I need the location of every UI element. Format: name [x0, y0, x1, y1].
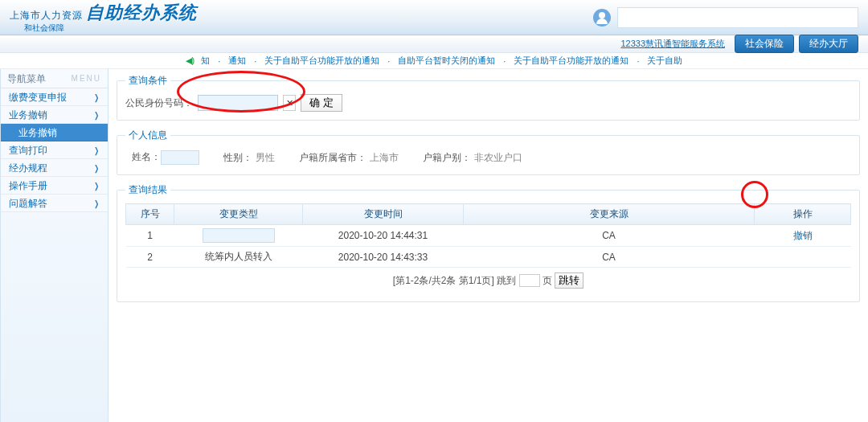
notice-link[interactable]: 通知	[228, 55, 246, 67]
province-value: 上海市	[370, 152, 399, 163]
sidebar-item-fee-change[interactable]: 缴费变更申报❯	[1, 88, 108, 106]
query-conditions-fieldset: 查询条件 公民身份号码： ✕ 确 定	[117, 74, 860, 121]
chevron-right-icon: ❯	[94, 141, 99, 159]
cell-time: 2020-10-20 14:43:33	[303, 247, 464, 268]
cell-time: 2020-10-20 14:44:31	[303, 225, 464, 247]
col-seq: 序号	[126, 204, 174, 225]
cell-type	[174, 225, 303, 247]
col-type: 变更类型	[174, 204, 303, 225]
cell-seq: 2	[126, 247, 174, 268]
sidebar-item-biz-revoke[interactable]: 业务撤销❯	[1, 106, 108, 124]
type-value-box	[203, 228, 275, 243]
module-nav: 社会保险 经办大厅	[735, 35, 858, 53]
query-legend: 查询条件	[125, 74, 170, 88]
sidebar-item-label: 缴费变更申报	[9, 88, 67, 106]
confirm-button[interactable]: 确 定	[301, 94, 342, 112]
speaker-icon: ◀)	[186, 55, 195, 66]
query-result-fieldset: 查询结果 序号 变更类型 变更时间 变更来源 操作 1 2020-10-20 1…	[117, 183, 860, 302]
brand-org1: 上海市人力资源	[10, 9, 83, 23]
id-number-input[interactable]	[198, 95, 278, 111]
notice-link[interactable]: 关于自助平台功能开放的通知	[264, 55, 379, 67]
table-row: 1 2020-10-20 14:44:31 CA 撤销	[126, 225, 851, 247]
main-content: 查询条件 公民身份号码： ✕ 确 定 个人信息 姓名： 性别：男性 户籍所属省市…	[108, 69, 868, 422]
chevron-right-icon: ❯	[94, 195, 99, 212]
person-legend: 个人信息	[125, 129, 170, 142]
notice-link[interactable]: 关于自助平台功能开放的通知	[514, 55, 628, 67]
clear-input-button[interactable]: ✕	[283, 95, 296, 111]
sidebar-sub-label: 业务撤销	[18, 127, 57, 138]
cell-source: CA	[464, 247, 755, 268]
sidebar-title: 导航菜单 MENU	[1, 69, 108, 88]
sidebar-item-label: 操作手册	[9, 177, 47, 195]
col-op: 操作	[755, 204, 851, 225]
pill-social-insurance[interactable]: 社会保险	[735, 35, 794, 53]
name-value-box	[161, 150, 199, 165]
chevron-right-icon: ❯	[94, 88, 99, 106]
huji-label: 户籍户别：	[423, 152, 471, 163]
user-info-box	[617, 7, 858, 28]
table-row: 2 统筹内人员转入 2020-10-20 14:43:33 CA	[126, 247, 851, 268]
sub-header: 12333慧讯通智能服务系统 社会保险 经办大厅	[0, 35, 868, 53]
result-legend: 查询结果	[125, 183, 170, 197]
notice-link[interactable]: 自助平台暂时关闭的通知	[398, 55, 495, 67]
sidebar-item-label: 业务撤销	[9, 106, 47, 124]
app-header: 上海市人力资源 和社会保障 自助经办系统	[0, 0, 868, 35]
brand-system-name: 自助经办系统	[86, 1, 197, 25]
sidebar-item-faq[interactable]: 问题解答❯	[1, 195, 108, 212]
gender-value: 男性	[256, 152, 275, 163]
pager-jump-button[interactable]: 跳转	[555, 272, 583, 289]
sidebar-title-text: 导航菜单	[7, 69, 46, 88]
sidebar-item-procedure[interactable]: 经办规程❯	[1, 159, 108, 177]
sidebar-menu-label: MENU	[72, 69, 101, 88]
person-info-fieldset: 个人信息 姓名： 性别：男性 户籍所属省市：上海市 户籍户别：非农业户口	[117, 129, 860, 175]
brand-org2: 和社会保障	[24, 23, 83, 34]
chevron-right-icon: ❯	[94, 106, 99, 124]
cell-type: 统筹内人员转入	[174, 247, 303, 268]
smart-service-link[interactable]: 12333慧讯通智能服务系统	[620, 38, 725, 50]
huji-value: 非农业户口	[474, 152, 522, 163]
col-time: 变更时间	[303, 204, 464, 225]
province-label: 户籍所属省市：	[299, 152, 366, 163]
gender-label: 性别：	[223, 152, 252, 163]
revoke-link[interactable]: 撤销	[793, 230, 813, 241]
brand: 上海市人力资源 和社会保障 自助经办系统	[10, 1, 197, 34]
cell-seq: 1	[126, 225, 174, 247]
pager-suffix: 页	[542, 275, 552, 286]
id-number-label: 公民身份号码：	[125, 96, 193, 110]
chevron-right-icon: ❯	[94, 177, 99, 195]
sidebar-item-query-print[interactable]: 查询打印❯	[1, 141, 108, 159]
col-source: 变更来源	[464, 204, 755, 225]
sidebar-item-label: 问题解答	[9, 195, 47, 212]
sidebar-item-manual[interactable]: 操作手册❯	[1, 177, 108, 195]
sidebar-item-label: 查询打印	[9, 141, 47, 159]
pager-page-input[interactable]	[519, 274, 540, 287]
pill-agency-hall[interactable]: 经办大厅	[799, 35, 858, 53]
chevron-right-icon: ❯	[94, 159, 99, 177]
sidebar-item-label: 经办规程	[9, 159, 47, 177]
pager-text: [第1-2条/共2条 第1/1页] 跳到	[393, 275, 516, 286]
sidebar-sub-biz-revoke-active[interactable]: 业务撤销	[1, 124, 108, 141]
result-table: 序号 变更类型 变更时间 变更来源 操作 1 2020-10-20 14:44:…	[125, 203, 851, 268]
notice-prefix: 知	[201, 55, 210, 67]
notice-link[interactable]: 关于自助	[647, 55, 682, 67]
sidebar: 导航菜单 MENU 缴费变更申报❯ 业务撤销❯ 业务撤销 查询打印❯ 经办规程❯…	[0, 69, 108, 422]
user-avatar-icon	[593, 9, 611, 27]
name-label: 姓名：	[132, 151, 161, 162]
pager: [第1-2条/共2条 第1/1页] 跳到 页 跳转	[125, 268, 851, 293]
notice-marquee: ◀) 知 通知 关于自助平台功能开放的通知 自助平台暂时关闭的通知 关于自助平台…	[0, 53, 868, 69]
cell-source: CA	[464, 225, 755, 247]
